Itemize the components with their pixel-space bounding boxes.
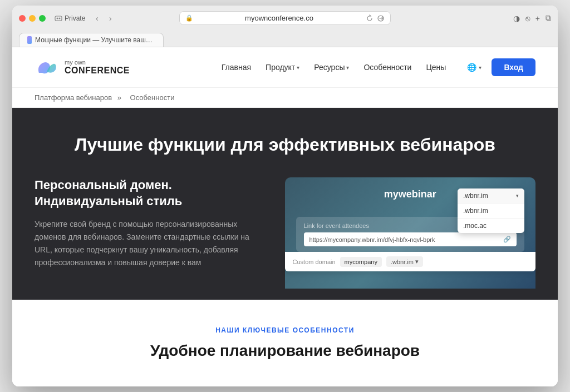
url-text: myownconference.co (196, 14, 362, 22)
share-button[interactable]: ⎋ (525, 14, 530, 23)
features-title: Удобное планирование вебинаров (35, 342, 535, 360)
site-nav: Главная Продукт ▾ Ресурсы ▾ Особенности … (216, 59, 452, 75)
maximize-button[interactable] (39, 15, 46, 22)
suffix-arrow: ▾ (415, 258, 419, 265)
product-dropdown-arrow: ▾ (297, 64, 299, 71)
browser-controls: ◑ ⎋ + ⧉ (513, 13, 551, 23)
features-tag: НАШИ КЛЮЧЕВЫЕ ОСОБЕННОСТИ (35, 326, 535, 334)
copy-link-icon[interactable]: 🔗 (503, 236, 511, 243)
active-tab[interactable]: Мощные функции — Улучшите ваши вебинары … (19, 33, 164, 47)
nav-resources[interactable]: Ресурсы ▾ (308, 59, 355, 75)
new-tab-button[interactable]: + (535, 14, 540, 23)
domain-option-2-label: .wbnr.im (463, 207, 488, 215)
domain-option-3[interactable]: .moc.ac (458, 219, 524, 233)
titlebar: Private ‹ › 🔒 myownconference.co ◑ ⎋ (19, 11, 551, 25)
hero-subtitle: Персональный домен.Индивидуальный стиль (35, 177, 263, 209)
custom-domain-label: Custom domain (293, 259, 336, 265)
hero-title: Лучшие функции для эффективных вебинаров (35, 135, 535, 155)
reload-icon[interactable] (366, 14, 374, 22)
tab-bar: Мощные функции — Улучшите ваши вебинары … (19, 29, 551, 47)
breadcrumb-parent[interactable]: Платформа вебинаров (35, 93, 112, 102)
site-header: my own CONFERENCE Главная Продукт ▾ Ресу… (12, 47, 558, 88)
traffic-lights (19, 15, 46, 22)
lock-icon: 🔒 (185, 14, 193, 22)
globe-icon: 🌐 (467, 63, 476, 72)
private-label: Private (65, 14, 85, 22)
nav-home[interactable]: Главная (216, 59, 257, 75)
breadcrumb: Платформа вебинаров » Особенности (12, 88, 558, 108)
language-selector[interactable]: 🌐 ▾ (463, 59, 486, 75)
domain-option-1[interactable]: .wbnr.im ▾ (458, 188, 524, 204)
logo-my-own: my own (65, 59, 130, 66)
logo[interactable]: my own CONFERENCE (35, 55, 130, 80)
domain-option-3-label: .moc.ac (463, 222, 487, 230)
resources-dropdown-arrow: ▾ (346, 64, 349, 71)
tab-favicon (27, 36, 32, 44)
breadcrumb-separator: » (117, 93, 121, 102)
mask-icon (55, 14, 62, 22)
breadcrumb-current: Особенности (130, 93, 175, 102)
domain-option-1-label: .wbnr.im (463, 192, 488, 200)
custom-domain-bar: Custom domain mycompany .wbnr.im ▾ (285, 252, 535, 271)
private-indicator: Private (55, 14, 85, 22)
features-section: НАШИ КЛЮЧЕВЫЕ ОСОБЕННОСТИ Удобное планир… (12, 300, 558, 386)
address-bar[interactable]: 🔒 myownconference.co (179, 11, 391, 25)
tab-title: Мощные функции — Улучшите ваши вебинары … (35, 36, 155, 44)
domain-option-2[interactable]: .wbnr.im (458, 204, 524, 219)
website-content: my own CONFERENCE Главная Продукт ▾ Ресу… (12, 47, 558, 386)
hero-text-col: Персональный домен.Индивидуальный стиль … (35, 177, 263, 292)
logo-icon (35, 55, 59, 80)
svg-rect-0 (55, 16, 62, 21)
close-button[interactable] (19, 15, 26, 22)
logo-text: my own CONFERENCE (65, 59, 130, 76)
minimize-button[interactable] (29, 15, 36, 22)
domain-suffix-selector[interactable]: .wbnr.im ▾ (386, 256, 423, 267)
browser-nav: ‹ › (92, 13, 115, 23)
nav-prices[interactable]: Цены (420, 59, 451, 75)
hero-content: Персональный домен.Индивидуальный стиль … (35, 177, 535, 300)
nav-product[interactable]: Продукт ▾ (260, 59, 305, 75)
copy-button[interactable]: ⧉ (546, 13, 551, 23)
back-button[interactable]: ‹ (92, 13, 102, 23)
lang-dropdown-arrow: ▾ (479, 64, 481, 71)
share-icon[interactable] (377, 14, 385, 22)
login-button[interactable]: Вход (492, 58, 535, 76)
browser-chrome: Private ‹ › 🔒 myownconference.co ◑ ⎋ (12, 6, 558, 47)
domain-input[interactable]: mycompany (340, 257, 382, 267)
halfmoon-icon[interactable]: ◑ (513, 14, 520, 23)
hero-section: Лучшие функции для эффективных вебинаров… (12, 108, 558, 300)
svg-point-1 (57, 17, 58, 19)
logo-conference: CONFERENCE (65, 66, 130, 76)
svg-point-2 (59, 17, 61, 19)
browser-window: Private ‹ › 🔒 myownconference.co ◑ ⎋ (12, 6, 558, 386)
domain-panel: .wbnr.im ▾ .wbnr.im .moc.ac (458, 188, 524, 233)
hero-description: Укрепите свой бренд с помощью персонализ… (35, 218, 263, 269)
forward-button[interactable]: › (105, 13, 115, 23)
link-url: https://mycompany.wbnr.im/dfvj-hbfx-nqvl… (309, 236, 435, 243)
link-url-box: https://mycompany.wbnr.im/dfvj-hbfx-nqvl… (304, 232, 517, 246)
chevron-down-icon: ▾ (516, 193, 519, 199)
hero-image-col: mywebinar .wbnr.im ▾ .wbnr.im .moc (285, 177, 535, 300)
webinar-mockup: mywebinar .wbnr.im ▾ .wbnr.im .moc (285, 177, 535, 289)
nav-features[interactable]: Особенности (358, 59, 417, 75)
